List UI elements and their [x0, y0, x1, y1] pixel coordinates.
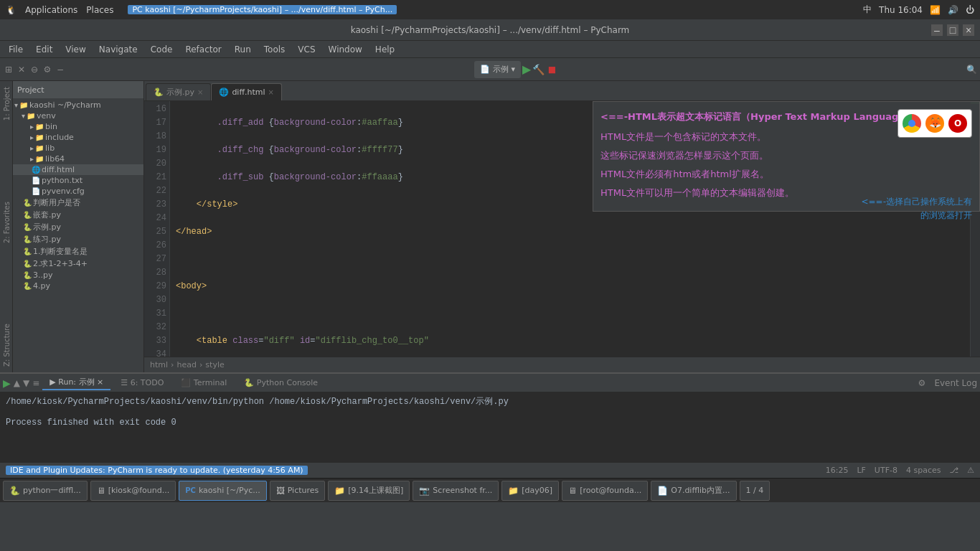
tree-pythontxt-label: python.txt [42, 176, 83, 185]
tree-diff-html[interactable]: 🌐 diff.html [13, 164, 143, 175]
taskbar-item-o7[interactable]: 📄 O7.difflib内置... [651, 481, 736, 501]
root-folder-icon: 📁 [19, 101, 28, 109]
run-config-chevron[interactable]: ▾ [512, 65, 516, 74]
chrome-icon[interactable] [903, 114, 921, 133]
bottom-settings-icon[interactable]: ⚙ [918, 378, 926, 388]
tree-lib64[interactable]: ▸ 📁 lib64 [13, 154, 143, 164]
menu-help[interactable]: Help [369, 43, 400, 56]
breadcrumb-style[interactable]: style [205, 360, 224, 369]
tab-diff-html[interactable]: 🌐 diff.html × [211, 83, 282, 100]
tree-2calc[interactable]: 🐍 2.求1-2+3-4+ [13, 258, 143, 270]
breadcrumb-head[interactable]: head [176, 360, 196, 369]
stop-button[interactable]: ■ [546, 64, 557, 75]
line-numbers: 16 17 18 19 20 21 22 23 24 25 26 27 28 2… [144, 101, 170, 357]
run-up-button[interactable]: ▲ [14, 378, 20, 388]
tree-root[interactable]: ▾ 📁 kaoshi ~/Pycharm [13, 100, 143, 110]
minimize-button[interactable]: – [931, 24, 943, 36]
toolbar-icon-3[interactable]: ⊖ [29, 64, 40, 75]
breadcrumb-html[interactable]: html [150, 360, 168, 369]
build-button[interactable]: 🔨 [532, 64, 545, 75]
menu-navigate[interactable]: Navigate [93, 43, 143, 56]
line-separator[interactable]: LF [857, 466, 865, 475]
event-log-link[interactable]: Event Log [934, 378, 977, 388]
sound-icon[interactable]: 🔊 [948, 5, 958, 15]
tree-3py[interactable]: 🐍 3..py [13, 270, 143, 281]
power-icon[interactable]: ⏻ [966, 5, 974, 15]
toolbar-icon-1[interactable]: ⊞ [3, 64, 14, 75]
tab-favorites[interactable]: 2: Favorites [0, 196, 12, 249]
run-play-button[interactable]: ▶ [3, 377, 11, 389]
tab-structure[interactable]: Z: Structure [0, 318, 12, 372]
encoding-indicator[interactable]: UTF-8 [875, 466, 897, 475]
menu-file[interactable]: File [3, 43, 29, 56]
tree-1judge[interactable]: 🐍 1.判断变量名是 [13, 245, 143, 258]
lang-indicator[interactable]: 中 [863, 4, 872, 16]
menu-view[interactable]: View [60, 43, 91, 56]
toolbar-icon-2[interactable]: ✕ [16, 64, 27, 75]
menu-tools[interactable]: Tools [258, 43, 291, 56]
taskbar-item-pages[interactable]: 1 / 4 [740, 481, 771, 501]
tree-lib[interactable]: ▸ 📁 lib [13, 143, 143, 154]
firefox-icon[interactable]: 🦊 [925, 114, 944, 133]
tree-pyvenv[interactable]: 📄 pyvenv.cfg [13, 186, 143, 197]
tree-judge[interactable]: 🐍 判断用户是否 [13, 197, 143, 209]
run-down-button[interactable]: ▼ [23, 378, 29, 388]
toolbar-close[interactable]: − [55, 64, 66, 75]
menu-window[interactable]: Window [323, 43, 368, 56]
taskbar-item-914[interactable]: 📁 [9.14上课截图] [328, 481, 410, 501]
bottom-panel: ▶ ▲ ▼ ≡ ▶ Run: 示例 × ☰ 6: TODO ⬛ Terminal… [0, 372, 980, 462]
taskbar-item-screenshot[interactable]: 📷 Screenshot fr... [413, 481, 499, 501]
menu-refactor[interactable]: Refactor [179, 43, 227, 56]
menu-run[interactable]: Run [229, 43, 257, 56]
tab-diffhtml-close[interactable]: × [268, 88, 274, 96]
taskbar-item-terminal[interactable]: 🖥 [kiosk@found... [90, 481, 176, 501]
pycharm-taskbar[interactable]: PC kaoshi [~/PycharmProjects/kaoshi] – .… [128, 5, 397, 14]
menu-edit[interactable]: Edit [30, 43, 58, 56]
tree-bin[interactable]: ▸ 📁 bin [13, 121, 143, 132]
tree-exercise[interactable]: 🐍 练习.py [13, 233, 143, 245]
maximize-button[interactable]: □ [947, 24, 958, 36]
tree-nested[interactable]: 🐍 嵌套.py [13, 209, 143, 221]
run-scroll-button[interactable]: ≡ [32, 378, 39, 388]
search-everywhere-icon[interactable]: 🔍 [966, 64, 977, 75]
tab-project[interactable]: 1: Project [0, 81, 12, 126]
tree-example[interactable]: 🐍 示例.py [13, 221, 143, 233]
run-config[interactable]: 📄 示例 ▾ [474, 61, 522, 78]
run-button[interactable]: ▶ [522, 62, 531, 76]
taskbar-python-icon: 🐍 [9, 486, 20, 496]
tree-venv-label: venv [37, 111, 56, 121]
taskbar-item-python[interactable]: 🐍 python一diffl... [3, 481, 88, 501]
tab-python-console[interactable]: 🐍 Python Console [237, 377, 325, 389]
wifi-icon[interactable]: 📶 [930, 5, 941, 15]
run-output-line2 [6, 408, 974, 418]
menu-vcs[interactable]: VCS [292, 43, 321, 56]
status-bar: IDE and Plugin Updates: PyCharm is ready… [0, 462, 980, 478]
update-banner[interactable]: IDE and Plugin Updates: PyCharm is ready… [6, 466, 308, 475]
taskbar-item-pictures[interactable]: 🖼 Pictures [270, 481, 326, 501]
tree-4py[interactable]: 🐍 4.py [13, 281, 143, 291]
applications-menu[interactable]: Applications [25, 5, 77, 15]
taskbar-item-root[interactable]: 🖥 [root@founda... [562, 481, 648, 501]
taskbar-item-pycharm[interactable]: PC kaoshi [~/Pyc... [179, 481, 266, 501]
line-col-indicator[interactable]: 16:25 [826, 466, 849, 475]
tree-include[interactable]: ▸ 📁 include [13, 132, 143, 143]
indent-indicator[interactable]: 4 spaces [906, 466, 941, 475]
menu-code[interactable]: Code [145, 43, 179, 56]
taskbar: 🐍 python一diffl... 🖥 [kiosk@found... PC k… [0, 478, 980, 502]
tab-example-py[interactable]: 🐍 示例.py × [146, 83, 211, 100]
taskbar-item-day06[interactable]: 📁 [day06] [501, 481, 559, 501]
tab-example-close[interactable]: × [197, 88, 203, 96]
toolbar-settings[interactable]: ⚙ [42, 64, 53, 75]
tab-run[interactable]: ▶ Run: 示例 × [42, 375, 110, 390]
tree-example-label: 示例.py [33, 222, 61, 232]
tab-todo[interactable]: ☰ 6: TODO [113, 377, 171, 389]
title-bar: kaoshi [~/PycharmProjects/kaoshi] – .../… [0, 19, 980, 41]
html-file-icon: 🌐 [219, 88, 229, 97]
tree-venv[interactable]: ▾ 📁 venv [13, 110, 143, 121]
tab-terminal[interactable]: ⬛ Terminal [174, 377, 234, 389]
tree-python-txt[interactable]: 📄 python.txt [13, 175, 143, 186]
code-editor[interactable]: 16 17 18 19 20 21 22 23 24 25 26 27 28 2… [144, 101, 980, 357]
places-menu[interactable]: Places [86, 5, 113, 15]
opera-icon[interactable]: O [948, 114, 967, 133]
close-button[interactable]: × [963, 24, 974, 36]
